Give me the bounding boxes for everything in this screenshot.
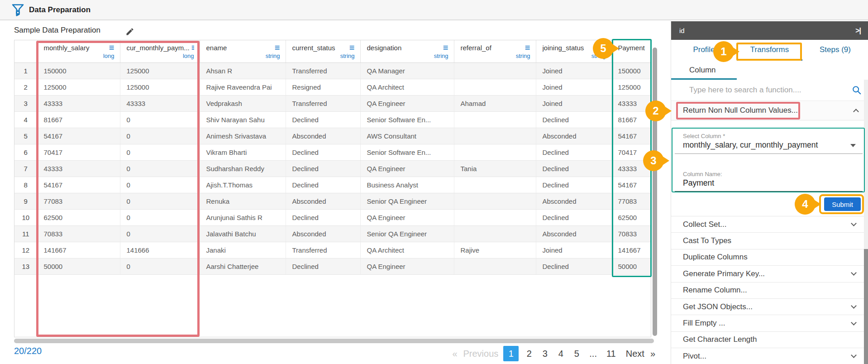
- cell-designation: QA Engineer: [360, 209, 454, 225]
- cell-cur_monthly_payment: 0: [120, 177, 200, 193]
- collapse-panel-icon[interactable]: >|: [855, 27, 861, 35]
- cell-referral_of: [454, 193, 536, 209]
- submit-button[interactable]: Submit: [824, 197, 861, 211]
- cell-monthly_salary: 150000: [37, 62, 120, 79]
- next-button[interactable]: Next: [626, 349, 644, 359]
- page-11[interactable]: 11: [604, 349, 618, 359]
- cell-cur_monthly_payment: 0: [120, 193, 200, 209]
- function-item[interactable]: Rename Column...: [671, 283, 865, 299]
- column-menu-icon[interactable]: ≡: [109, 44, 114, 51]
- tab-steps[interactable]: Steps (9): [802, 40, 868, 61]
- column-name: designation: [367, 44, 402, 52]
- cell-payment: 70833: [611, 225, 651, 242]
- column-name-input[interactable]: Payment: [683, 178, 714, 188]
- function-item-return-non-null[interactable]: Return Non Null Column Values...: [671, 101, 868, 120]
- subtab-column[interactable]: Column: [671, 61, 868, 80]
- column-header-ename[interactable]: ename≡string: [200, 40, 286, 62]
- column-header-joining_status[interactable]: joining_status≡string: [536, 40, 611, 62]
- function-item[interactable]: Get JSON Objects...: [671, 299, 865, 315]
- column-name-label: Column Name:: [683, 171, 722, 177]
- page-4[interactable]: 4: [555, 349, 566, 359]
- panel-scrollbar-thumb[interactable]: [864, 249, 868, 364]
- row-count: 20/220: [14, 346, 42, 356]
- chevron-up-icon[interactable]: [853, 109, 859, 115]
- column-header-current_status[interactable]: current_status≡string: [286, 40, 360, 62]
- function-search-input[interactable]: [689, 86, 852, 95]
- page-5[interactable]: 5: [571, 349, 582, 359]
- search-icon[interactable]: [852, 85, 862, 95]
- cell-referral_of: Ahamad: [454, 95, 536, 111]
- table-row: 7433330Sudharshan ReddyDeclinedQA Engine…: [14, 160, 651, 177]
- cell-joining_status: Declined: [536, 209, 611, 225]
- function-item[interactable]: Collect Set...: [671, 216, 865, 233]
- tab-profile[interactable]: Profile: [671, 40, 737, 61]
- function-item[interactable]: Cast To Types: [671, 233, 865, 249]
- cell-ename: Jalavathi Batchu: [200, 225, 286, 242]
- cell-referral_of: [454, 62, 536, 79]
- cell-ename: Rajive Raveendra Pai: [200, 79, 286, 95]
- chevron-down-icon: [851, 220, 857, 226]
- cell-joining_status: Joined: [536, 79, 611, 95]
- page-2[interactable]: 2: [524, 349, 534, 359]
- function-label: Generate Primary Key...: [683, 269, 765, 278]
- cell-designation: QA Manager: [360, 62, 454, 79]
- cell-payment: 81667: [611, 111, 651, 128]
- pagination: « Previous 12345...11 Next »: [451, 345, 656, 362]
- edit-pencil-icon[interactable]: [125, 27, 134, 36]
- column-menu-icon[interactable]: ≡: [443, 44, 448, 51]
- row-number: 7: [14, 160, 37, 177]
- next-arrow-icon[interactable]: »: [649, 349, 656, 359]
- cell-referral_of: [454, 225, 536, 242]
- column-header-cur_monthly_payment[interactable]: cur_monthly_paym...≡long: [120, 40, 200, 62]
- column-menu-icon[interactable]: ≡: [601, 44, 606, 51]
- row-number: 1: [14, 62, 37, 79]
- select-column-value[interactable]: monthly_salary, cur_monthly_payment: [683, 140, 818, 150]
- cell-monthly_salary: 50000: [37, 258, 120, 274]
- function-item[interactable]: Fill Empty ...: [671, 315, 865, 331]
- function-item[interactable]: Get Character Length: [671, 332, 865, 348]
- column-header-referral_of[interactable]: referral_of≡string: [454, 40, 536, 62]
- panel-scrollbar[interactable]: [864, 80, 868, 364]
- column-menu-icon[interactable]: ≡: [191, 44, 194, 51]
- function-item[interactable]: Duplicate Columns: [671, 249, 865, 266]
- row-number: 6: [14, 144, 37, 160]
- table-horizontal-scrollbar[interactable]: [14, 339, 654, 343]
- cell-designation: Senior Software En...: [360, 111, 454, 128]
- cell-monthly_salary: 77083: [37, 193, 120, 209]
- cell-payment: 62500: [611, 209, 651, 225]
- page-numbers: 12345...11: [503, 346, 618, 361]
- cell-ename: Renuka: [200, 193, 286, 209]
- function-item[interactable]: Generate Primary Key...: [671, 266, 865, 282]
- column-menu-icon[interactable]: ≡: [275, 44, 280, 51]
- cell-current_status: Absconded: [286, 193, 360, 209]
- function-item[interactable]: Pivot...: [671, 348, 865, 364]
- previous-button[interactable]: Previous: [463, 349, 499, 359]
- cell-designation: Business Analyst: [360, 177, 454, 193]
- tab-transforms[interactable]: Transforms: [737, 40, 802, 61]
- page-1[interactable]: 1: [503, 346, 519, 361]
- page-3[interactable]: 3: [539, 349, 550, 359]
- column-menu-icon[interactable]: ≡: [525, 44, 530, 51]
- cell-ename: Ahsan R: [200, 62, 286, 79]
- chevron-down-icon: [851, 270, 857, 276]
- selected-column-title: id: [679, 27, 685, 34]
- table-row: 6704170Vikram BhartiDeclinedSenior Softw…: [14, 144, 651, 160]
- select-caret-down-icon[interactable]: [850, 144, 856, 147]
- column-header-designation[interactable]: designation≡string: [360, 40, 454, 62]
- cell-current_status: Absconded: [286, 128, 360, 144]
- column-menu-icon[interactable]: ≡: [349, 44, 355, 51]
- chevron-down-icon: [851, 303, 857, 309]
- column-header-payment: Payment: [611, 40, 651, 62]
- cell-monthly_salary: 43333: [37, 95, 120, 111]
- transforms-panel: id >| Profile Transforms Steps (9) Colum…: [671, 21, 868, 364]
- column-name: joining_status: [543, 44, 584, 52]
- cell-designation: QA Engineer: [360, 160, 454, 177]
- cell-monthly_salary: 81667: [37, 111, 120, 128]
- cell-referral_of: [454, 128, 536, 144]
- cell-joining_status: Declined: [536, 144, 611, 160]
- cell-joining_status: Absconded: [536, 128, 611, 144]
- cell-payment: 50000: [611, 258, 651, 274]
- previous-arrow-icon[interactable]: «: [451, 349, 458, 359]
- table-vertical-scrollbar[interactable]: [653, 48, 657, 336]
- column-header-monthly_salary[interactable]: monthly_salary≡long: [37, 40, 120, 62]
